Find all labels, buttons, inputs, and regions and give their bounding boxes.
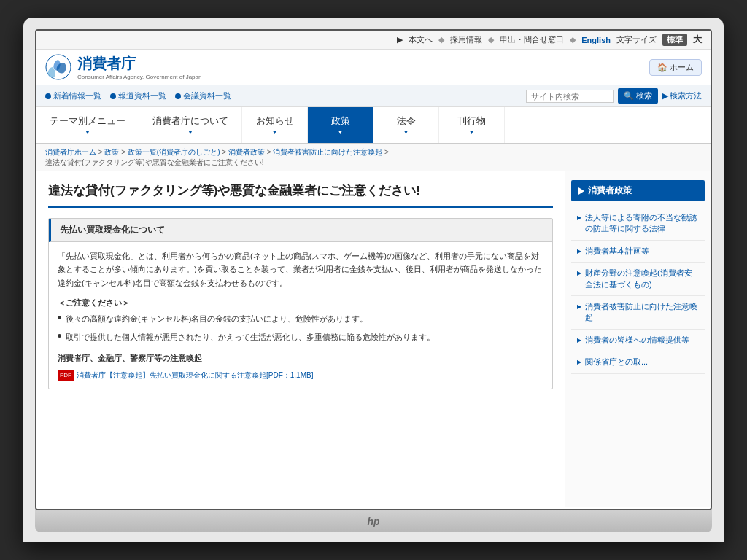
search-label: 検索: [636, 90, 652, 101]
section-body: 「先払い買取現金化」とは、利用者から何らかの商品(ネット上の商品(スマホ、ゲーム…: [49, 242, 552, 389]
chevron-down-icon-1: ▼: [85, 129, 90, 136]
sidebar-item-label-5: 消費者の皆様への情報提供等: [585, 335, 689, 346]
util-sep2: ◆: [488, 35, 494, 44]
breadcrumb-policy-list[interactable]: 政策一覧(消費者庁のしごと): [128, 148, 220, 156]
nav-links-bar: 新着情報一覧 報道資料一覧 会議資料一覧 🔍 検索: [36, 85, 711, 107]
play-icon-sidebar: [578, 187, 584, 195]
section-title: 先払い買取現金化について: [49, 219, 552, 242]
nav-link-new-info[interactable]: 新着情報一覧: [45, 90, 101, 101]
util-link-contact[interactable]: 申出・問合せ窓口: [500, 34, 564, 45]
download-link[interactable]: PDF 消費者庁【注意喚起】先払い買取現金化に関する注意喚起[PDF：1.1MB…: [58, 369, 543, 381]
font-standard-button[interactable]: 標準: [662, 34, 687, 46]
bullet-icon-1: [58, 316, 61, 319]
breadcrumb-warning[interactable]: 消費者被害防止に向けた注意喚起: [273, 148, 382, 156]
caution-text-2: 取引で提供した個人情報が悪用されたり、かえって生活が悪化し、多重債務に陥る危険性…: [66, 330, 435, 344]
site-header: 消費者庁 Consumer Affairs Agency, Government…: [36, 50, 711, 85]
breadcrumb-current: 違法な貸付(ファクタリング等)や悪質な金融業者にご注意ください!: [45, 158, 263, 166]
pdf-icon: PDF: [58, 370, 74, 381]
nav-label-about: 消費者庁について: [152, 114, 228, 128]
main-content: 違法な貸付(ファクタリング等)や悪質な金融業者にご注意ください! 先払い買取現金…: [36, 171, 711, 508]
sidebar-item-label-3: 財産分野の注意喚起(消費者安全法に基づくもの): [585, 268, 699, 290]
chevron-down-icon-5: ▼: [403, 129, 409, 136]
logo-main-text: 消費者庁: [77, 54, 201, 74]
logo-icon: [45, 54, 71, 80]
home-icon: 🏠: [657, 63, 667, 72]
breadcrumb-home[interactable]: 消費者庁ホーム: [45, 148, 96, 156]
nav-link-label-3: 会議資料一覧: [183, 90, 231, 101]
chevron-down-icon-3: ▼: [272, 129, 278, 136]
nav-label-news: お知らせ: [256, 114, 294, 128]
download-label: 消費者庁【注意喚起】先払い買取現金化に関する注意喚起[PDF：1.1MB]: [77, 369, 313, 381]
nav-label-publications: 刊行物: [457, 114, 486, 128]
util-link-english[interactable]: English: [581, 36, 611, 44]
nav-about[interactable]: 消費者庁について ▼: [139, 107, 242, 143]
util-sep1: ◆: [438, 35, 444, 44]
nav-link-label-2: 報道資料一覧: [118, 90, 166, 101]
sidebar-item-basic-plan[interactable]: 消費者基本計画等: [571, 241, 705, 262]
section-intro-text: 「先払い買取現金化」とは、利用者から何らかの商品(ネット上の商品(スマホ、ゲーム…: [58, 249, 543, 290]
bullet-icon-2: [58, 334, 61, 338]
dot-icon-2: [110, 93, 116, 99]
sidebar-item-property[interactable]: 財産分野の注意喚起(消費者安全法に基づくもの): [571, 262, 705, 296]
home-button[interactable]: 🏠 ホーム: [649, 59, 702, 76]
nav-link-label-1: 新着情報一覧: [53, 90, 101, 101]
sidebar-item-donations[interactable]: 法人等による寄附の不当な勧誘の防止等に関する法律: [571, 207, 705, 241]
home-label: ホーム: [670, 62, 694, 73]
caution-title: ＜ご注意ください＞: [58, 296, 543, 310]
sidebar: 消費者政策 法人等による寄附の不当な勧誘の防止等に関する法律 消費者基本計画等 …: [565, 171, 711, 508]
nav-laws[interactable]: 法令 ▼: [374, 107, 439, 143]
section-box: 先払い買取現金化について 「先払い買取現金化」とは、利用者から何らかの商品(ネッ…: [48, 218, 553, 390]
font-size-label: 文字サイズ: [616, 34, 657, 45]
logo-sub-text: Consumer Affairs Agency, Government of J…: [77, 74, 201, 80]
utility-bar: ▶ 本文へ ◆ 採用情報 ◆ 申出・問合せ窓口 ◆ English 文字サイズ …: [36, 31, 711, 50]
nav-label-laws: 法令: [397, 114, 416, 128]
content-area: 違法な貸付(ファクタリング等)や悪質な金融業者にご注意ください! 先払い買取現金…: [36, 171, 565, 508]
search-input[interactable]: [526, 90, 614, 103]
sidebar-item-info-provision[interactable]: 消費者の皆様への情報提供等: [571, 330, 705, 351]
search-method-link[interactable]: ▶ 検索方法: [662, 90, 702, 101]
search-area: 🔍 検索 ▶ 検索方法: [526, 88, 702, 104]
breadcrumb-consumer-policy[interactable]: 消費者政策: [228, 148, 265, 156]
util-separator: ▶: [397, 35, 403, 44]
sidebar-item-label-2: 消費者基本計画等: [585, 246, 649, 257]
caution-item-1: 後々の高額な違約金(キャンセル料)名目の金銭の支払いにより、危険性があります。: [58, 312, 543, 326]
search-icon: 🔍: [624, 91, 634, 101]
util-link-recruit[interactable]: 採用情報: [450, 34, 482, 45]
sidebar-item-label-6: 関係省庁との取...: [585, 357, 648, 368]
nav-label-theme: テーマ別メニュー: [50, 114, 125, 128]
nav-news[interactable]: お知らせ ▼: [242, 107, 308, 143]
sidebar-item-consumer-protection[interactable]: 消費者被害防止に向けた注意喚起: [571, 296, 705, 330]
warning-header: 消費者庁、金融庁、警察庁等の注意喚起: [58, 351, 543, 365]
util-link-honbun[interactable]: 本文へ: [409, 34, 433, 45]
sidebar-item-related-ministry[interactable]: 関係省庁との取...: [571, 351, 705, 373]
hp-logo: hp: [367, 516, 379, 527]
nav-theme-menu[interactable]: テーマ別メニュー ▼: [36, 107, 139, 143]
logo-area: 消費者庁 Consumer Affairs Agency, Government…: [45, 54, 201, 80]
sidebar-section-title: 消費者政策: [571, 180, 705, 201]
nav-link-press[interactable]: 報道資料一覧: [110, 90, 166, 101]
nav-policy[interactable]: 政策 ▼: [308, 107, 374, 143]
sidebar-item-label-1: 法人等による寄附の不当な勧誘の防止等に関する法律: [585, 212, 699, 235]
logo-text-area: 消費者庁 Consumer Affairs Agency, Government…: [77, 54, 201, 80]
chevron-down-icon-6: ▼: [469, 129, 475, 136]
dot-icon-3: [175, 93, 181, 99]
sidebar-title-label: 消費者政策: [588, 184, 632, 197]
caution-item-2: 取引で提供した個人情報が悪用されたり、かえって生活が悪化し、多重債務に陥る危険性…: [58, 330, 543, 344]
nav-publications[interactable]: 刊行物 ▼: [439, 107, 505, 143]
chevron-down-icon-2: ▼: [187, 129, 193, 136]
search-method-label: 検索方法: [670, 90, 702, 101]
font-large-button[interactable]: 大: [693, 34, 702, 46]
nav-link-meetings[interactable]: 会議資料一覧: [175, 90, 231, 101]
nav-label-policy: 政策: [331, 114, 350, 128]
chevron-down-icon-4: ▼: [338, 129, 344, 136]
caution-text-1: 後々の高額な違約金(キャンセル料)名目の金銭の支払いにより、危険性があります。: [66, 312, 368, 326]
breadcrumb-policy[interactable]: 政策: [104, 148, 119, 156]
main-navigation: テーマ別メニュー ▼ 消費者庁について ▼ お知らせ ▼ 政策 ▼ 法令 ▼: [36, 107, 711, 144]
page-title: 違法な貸付(ファクタリング等)や悪質な金融業者にご注意ください!: [48, 182, 553, 208]
play-icon-search: ▶: [662, 91, 668, 101]
util-sep3: ◆: [570, 35, 576, 44]
breadcrumb: 消費者庁ホーム > 政策 > 政策一覧(消費者庁のしごと) > 消費者政策 > …: [36, 144, 711, 171]
search-button[interactable]: 🔍 検索: [618, 88, 658, 104]
sidebar-item-label-4: 消費者被害防止に向けた注意喚起: [585, 301, 699, 324]
dot-icon-1: [45, 93, 51, 99]
